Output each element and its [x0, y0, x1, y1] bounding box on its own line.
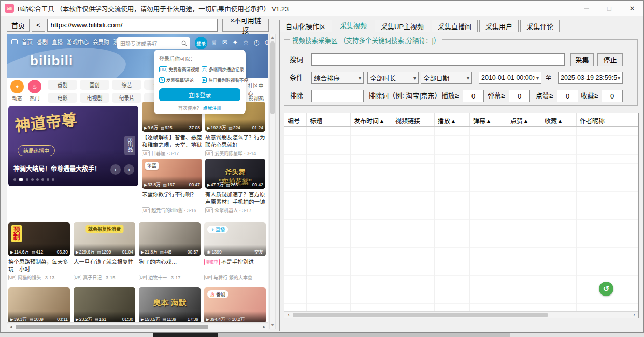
exclude-hint: 排除词（例: 淘宝|京东） [368, 90, 441, 102]
video-card[interactable]: 热番剧 ▶394.4万♡18.2万 [204, 287, 266, 323]
col-favorites[interactable]: 收藏▲ [541, 113, 577, 126]
col-title[interactable]: 标题 [307, 113, 351, 126]
tab-collect-up-videos[interactable]: 采集UP主视频 [375, 20, 430, 32]
hot-feed-label: 热门 [28, 94, 41, 102]
scroll-up-arrow[interactable]: ▲ [270, 35, 275, 41]
carousel-banner[interactable]: 神道帝尊 结局热播中 B出品 神澜大结局！帝尊遇最大敌手！ ‹ › [8, 106, 138, 186]
creator-icon[interactable]: ⊕ [264, 39, 268, 46]
tab-collect-video[interactable]: 采集视频 [334, 18, 373, 32]
nav-game-center[interactable]: 游戏中心 [67, 38, 89, 46]
tab-collect-users[interactable]: 采集用户 [479, 20, 519, 32]
carousel-prev-button[interactable]: ‹ [110, 164, 121, 175]
bili-search-input[interactable]: 田静专访成洁47 [120, 39, 181, 47]
danmaku-threshold-input[interactable] [509, 90, 530, 102]
message-icon[interactable]: ✉ [222, 39, 227, 46]
video-card[interactable]: 奥本 海默 ▶153.5万▤113917:39 [139, 287, 201, 323]
tab-automation[interactable]: 自动化操作区 [279, 20, 332, 32]
bili-search-box[interactable]: 田静专访成洁47 [117, 37, 190, 49]
keyword-input[interactable] [311, 53, 565, 66]
danmaku-icon: ▤ [229, 125, 233, 130]
home-button[interactable]: 首页 [7, 19, 30, 32]
col-likes[interactable]: 点赞▲ [507, 113, 541, 126]
col-plays[interactable]: 播放▲ [435, 113, 470, 126]
browser-vertical-scrollbar[interactable]: ▲ ▼ [269, 34, 276, 329]
scroll-down-arrow[interactable]: ▼ [270, 322, 275, 328]
col-video-link[interactable]: 视频链接 [392, 113, 435, 126]
duration-select[interactable]: 全部时长▾ [367, 72, 419, 84]
sort-order-select[interactable]: 综合排序▾ [311, 72, 364, 84]
col-index[interactable]: 编号 [284, 113, 307, 126]
dynamic-feed-icon[interactable]: ✦ [10, 80, 24, 93]
login-now-button[interactable]: 立即登录 [159, 88, 240, 101]
video-stats: ▶9.6万▤92537:08 [142, 119, 202, 132]
col-author[interactable]: 作者昵称 [577, 113, 616, 126]
refresh-button[interactable]: ↺ [599, 282, 613, 296]
close-button[interactable]: ✕ [621, 1, 643, 16]
category-pill[interactable]: 电视剧 [80, 93, 109, 103]
video-title: 【逐帧解析】智者、恶魔和稚童之眼，天堂、地狱与人间［鬼妈妈… [142, 134, 202, 148]
vertical-scroll-thumb[interactable] [270, 41, 275, 114]
scroll-left-arrow[interactable]: ◄ [7, 325, 15, 329]
category-pill[interactable]: 纪录片 [112, 93, 141, 103]
date-to-picker[interactable]: 2025-03-19 23:59:5▾ [558, 72, 623, 84]
category-pill[interactable]: 番剧 [48, 80, 77, 90]
video-card[interactable]: 预制 ▶114.6万▤41203:30 换个思路预制菜，每天多玩一小时 UP阿猫… [8, 222, 70, 281]
col-publish-time[interactable]: 发布时间▲ [351, 113, 392, 126]
bilibili-logo[interactable]: bilibili [30, 53, 73, 69]
register-link[interactable]: 点我注册 [203, 106, 221, 111]
video-card[interactable]: 笨蛋 ▶33.8万▤16700:47 笨蛋你数学行不行啊？ UP超元气的kili… [142, 159, 202, 214]
invalid-link-button[interactable]: ×不可用链接 [222, 19, 269, 32]
nav-vip-shop[interactable]: 会员购 [93, 38, 109, 46]
collect-button[interactable]: 采集 [570, 53, 594, 66]
col-extra[interactable] [616, 113, 639, 126]
video-card[interactable]: 就会报复性消费 ▶229.6万▤129901:04 人一旦有钱了就会报复性消费 … [74, 222, 135, 281]
browser-horizontal-scrollbar[interactable]: ◄ ► [7, 324, 268, 330]
favorites-icon[interactable]: ☆ [243, 39, 249, 46]
video-title: 人一旦有钱了就会报复性消费 [74, 258, 135, 266]
history-icon[interactable]: ◷ [254, 39, 259, 46]
maximize-button[interactable]: □ [598, 1, 621, 16]
col-danmaku[interactable]: 弹幕▲ [470, 113, 507, 126]
like-threshold-input[interactable] [557, 90, 578, 102]
nav-live[interactable]: 直播 [52, 38, 63, 46]
minimize-button[interactable]: ─ [575, 1, 598, 16]
date-range-select[interactable]: 全部日期▾ [421, 72, 472, 84]
scroll-right-arrow[interactable]: ► [261, 325, 268, 329]
play-count-icon: ▶ [207, 125, 210, 130]
condition-label: 条件 [290, 72, 303, 84]
horizontal-scroll-thumb[interactable] [16, 325, 208, 329]
nav-bangumi[interactable]: 番剧 [37, 38, 48, 46]
video-card[interactable]: ▶23.2万▤16101:30 [74, 287, 135, 323]
hot-feed-icon[interactable]: ♨ [28, 80, 41, 93]
live-card[interactable]: 直播 ◉ 1399交友 聊愈中不是手控别进 UP与舜行-繁的大本营 [204, 222, 266, 281]
live-stats: ◉ 1399交友 [204, 245, 266, 256]
scroll-right-arrow[interactable]: › [630, 312, 638, 317]
stop-button[interactable]: 停止 [597, 53, 623, 66]
video-card[interactable]: ▶21.8万▤44500:57 狗子的内心戏… UP边牧十一 · 3-17 [139, 222, 201, 281]
favorite-threshold-input[interactable] [602, 90, 623, 102]
tab-collect-comments[interactable]: 采集评论 [520, 20, 560, 32]
play-threshold-input[interactable] [463, 90, 484, 102]
scroll-left-arrow[interactable]: ‹ [284, 312, 293, 317]
exclude-input[interactable] [311, 90, 364, 102]
dynamic-icon[interactable]: ✦ [233, 39, 238, 46]
url-input[interactable] [47, 19, 218, 32]
back-button[interactable]: < [32, 19, 45, 32]
carousel-next-button[interactable]: › [124, 164, 134, 175]
category-pill[interactable]: 电影 [48, 93, 77, 103]
video-title: 有人质疑加速了？官方原声原素材！手机拍的一镜到底！还有… [205, 191, 265, 205]
vip-icon[interactable]: ♕ [211, 39, 217, 46]
nav-home[interactable]: 首页 [22, 38, 33, 46]
horizontal-scroll-thumb[interactable] [293, 313, 548, 317]
clock-icon: ◷ [202, 66, 207, 72]
danmaku-icon: ▤ [95, 317, 98, 322]
dynamic-feed-label: 动态 [10, 94, 24, 102]
login-avatar-button[interactable]: 登录 [195, 37, 207, 49]
video-card[interactable]: ▶39.3万▤103903:11 [8, 287, 70, 323]
category-pill[interactable]: 国创 [80, 80, 109, 90]
table-horizontal-scrollbar[interactable]: ‹ › [284, 311, 638, 318]
tab-collect-live[interactable]: 采集直播间 [432, 20, 478, 32]
date-from-picker[interactable]: 2010-01-01 00:00:0▾ [479, 72, 541, 84]
category-pill[interactable]: 综艺 [112, 80, 141, 90]
video-card[interactable]: 斧头舞 "实拍花絮" ▶47.7万▤26500:42 有人质疑加速了？官方原声原… [205, 159, 265, 214]
